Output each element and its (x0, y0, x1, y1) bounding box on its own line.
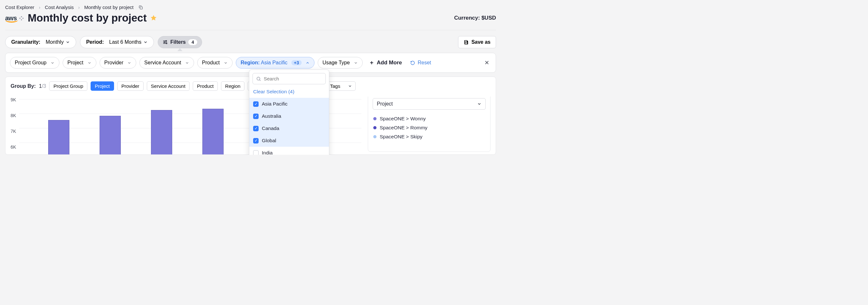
chevron-down-icon (51, 61, 55, 65)
region-dropdown: Clear Selection (4) ✓Asia Pacific ✓Austr… (249, 70, 329, 155)
filters-toggle[interactable]: Filters 4 (158, 36, 202, 48)
divider (5, 30, 496, 30)
currency-label: Currency: $USD (454, 15, 496, 21)
legend-item[interactable]: SpaceONE > Skipy (373, 132, 485, 141)
save-as-button[interactable]: Save as (458, 36, 496, 48)
chevron-right-icon: › (79, 5, 80, 10)
svg-rect-3 (23, 18, 24, 19)
checkbox-icon: ✓ (253, 101, 258, 107)
svg-rect-4 (21, 19, 23, 21)
period-selector[interactable]: Period: Last 6 Months (80, 36, 154, 48)
region-option-asia-pacific[interactable]: ✓Asia Pacific (249, 98, 329, 110)
add-more-button[interactable]: Add More (369, 59, 402, 66)
region-option-canada[interactable]: ✓Canada (249, 122, 329, 135)
copy-icon[interactable] (138, 5, 143, 10)
chevron-down-icon (87, 61, 92, 65)
groupby-chip-provider[interactable]: Provider (117, 81, 144, 91)
aws-logo-icon: aws (5, 15, 17, 22)
region-option-australia[interactable]: ✓Australia (249, 110, 329, 122)
refresh-icon (410, 60, 415, 65)
region-more-badge: +3 (291, 60, 302, 65)
plus-icon (369, 60, 374, 65)
checkbox-icon (253, 150, 258, 155)
granularity-selector[interactable]: Granularity: Monthly (5, 36, 76, 48)
breadcrumb-current: Monthly cost by project (84, 4, 133, 10)
chart-y-axis: 9K 8K 7K 6K (10, 96, 16, 149)
filter-project[interactable]: Project (63, 57, 96, 68)
svg-point-8 (257, 77, 260, 80)
chevron-down-icon (185, 61, 189, 65)
chart-bar (203, 109, 224, 155)
search-icon (256, 76, 261, 81)
dropdown-search[interactable] (252, 73, 326, 84)
legend-item[interactable]: SpaceONE > Rommy (373, 123, 485, 132)
chart-bar (100, 116, 121, 155)
legend-select[interactable]: Project (373, 98, 486, 110)
svg-rect-2 (19, 18, 21, 19)
groupby-chip-product[interactable]: Product (193, 81, 218, 91)
filter-provider[interactable]: Provider (100, 57, 136, 68)
svg-point-5 (166, 40, 167, 41)
legend-dot-icon (373, 126, 376, 129)
breadcrumb: Cost Explorer › Cost Analysis › Monthly … (0, 0, 501, 12)
filters-count-badge: 4 (188, 39, 197, 45)
filter-project-group[interactable]: Project Group (10, 57, 59, 68)
chevron-right-icon: › (39, 5, 40, 10)
groupby-tags-select[interactable]: Tags (327, 81, 356, 91)
chevron-down-icon (127, 61, 131, 65)
chevron-down-icon (143, 40, 148, 45)
diamond-icon (19, 16, 24, 21)
group-by-label: Group By: (10, 83, 36, 89)
sliders-icon (162, 39, 168, 45)
close-filters-icon[interactable]: ✕ (483, 58, 491, 67)
chevron-down-icon (477, 102, 482, 106)
svg-rect-1 (21, 16, 23, 18)
region-option-global[interactable]: ✓Global (249, 135, 329, 147)
checkbox-icon: ✓ (253, 126, 258, 131)
chart-bar (48, 120, 69, 155)
dropdown-search-input[interactable] (264, 76, 325, 81)
filter-product[interactable]: Product (197, 57, 232, 68)
chevron-down-icon (354, 61, 358, 65)
chart-bar (151, 110, 172, 155)
groupby-chip-project-group[interactable]: Project Group (49, 81, 87, 91)
provider-logos: aws (5, 15, 24, 22)
breadcrumb-cost-explorer[interactable]: Cost Explorer (5, 4, 34, 10)
filters-bar: Project Group Project Provider Service A… (5, 53, 496, 73)
region-option-india[interactable]: India (249, 147, 329, 155)
legend-dot-icon (373, 135, 376, 138)
chevron-down-icon (348, 84, 352, 88)
chevron-down-icon (65, 40, 70, 45)
legend-dot-icon (373, 117, 376, 120)
groupby-chip-project[interactable]: Project (91, 81, 114, 91)
chevron-up-icon (306, 61, 310, 65)
breadcrumb-cost-analysis[interactable]: Cost Analysis (45, 4, 74, 10)
svg-point-6 (164, 42, 165, 43)
checkbox-icon: ✓ (253, 114, 258, 119)
filter-usage-type[interactable]: Usage Type (318, 57, 363, 68)
page-title: Monthly cost by project (28, 12, 147, 24)
filter-service-account[interactable]: Service Account (140, 57, 194, 68)
star-icon[interactable] (150, 15, 157, 22)
chart-legend: Project SpaceONE > Wonny SpaceONE > Romm… (368, 96, 491, 152)
svg-point-7 (166, 43, 167, 44)
group-by-count: 1/3 (39, 83, 46, 89)
save-icon (464, 39, 469, 45)
svg-rect-0 (140, 7, 142, 9)
filter-region[interactable]: Region: Asia Pacific +3 (236, 57, 314, 68)
reset-button[interactable]: Reset (410, 60, 431, 66)
chevron-down-icon (224, 61, 228, 65)
clear-selection-button[interactable]: Clear Selection (4) (249, 87, 329, 98)
groupby-chip-region[interactable]: Region (221, 81, 245, 91)
groupby-chip-service-account[interactable]: Service Account (147, 81, 190, 91)
legend-item[interactable]: SpaceONE > Wonny (373, 114, 485, 123)
checkbox-icon: ✓ (253, 138, 258, 143)
